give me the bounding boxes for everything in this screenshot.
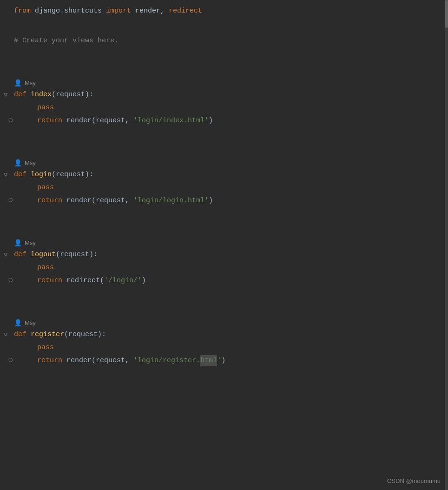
paren-index-open: (: [52, 89, 56, 100]
space-1: [26, 89, 31, 100]
paren-redirect-logout-close: ): [142, 275, 146, 286]
render-string-register-pre: 'login/register.: [133, 355, 200, 366]
spacer-8: [0, 144, 448, 152]
space-7: [26, 329, 31, 340]
render-param-register: request: [96, 355, 125, 366]
render-string-register-post: ': [217, 355, 221, 366]
paren-render-index-open: (: [92, 115, 96, 126]
keyword-from: from: [14, 6, 31, 17]
author-icon-login: 👤: [14, 159, 22, 166]
scrollbar-thumb[interactable]: [445, 0, 448, 28]
render-string-index: 'login/index.html': [133, 115, 209, 126]
colon-login: :: [89, 169, 93, 180]
return-login-line: ⬡ return render ( request , 'login/login…: [0, 194, 448, 207]
comma-login: ,: [125, 195, 133, 206]
import-line: from django.shortcuts import render, red…: [0, 0, 448, 18]
spacer-14: [0, 304, 448, 312]
kw-return-register: return: [37, 355, 62, 366]
spacer-7: [0, 136, 448, 144]
gutter-index: ⬡: [8, 117, 13, 125]
fold-logout[interactable]: ▽: [4, 250, 7, 260]
return-register-line: ⬡ return render ( request , 'login/regis…: [0, 354, 448, 367]
render-param-login: request: [96, 195, 125, 206]
spacer-5: [0, 64, 448, 73]
paren-index-close: ): [85, 89, 89, 100]
spacer-13: [0, 296, 448, 304]
return-logout-line: ⬡ return redirect ( '/login/' ): [0, 274, 448, 287]
def-index-line: ▽ def index ( request ) :: [0, 88, 448, 101]
space-6: [62, 275, 66, 286]
comma-index: ,: [125, 115, 133, 126]
fn-call-render-register: render: [66, 355, 92, 366]
gutter-login: ⬡: [8, 197, 13, 205]
def-logout-line: ▽ def logout ( request ) :: [0, 248, 448, 261]
fn-call-render-login: render: [66, 195, 92, 206]
kw-return-logout: return: [37, 275, 62, 286]
author-name-index: Msy: [25, 79, 36, 86]
fold-index[interactable]: ▽: [4, 90, 7, 100]
author-index: 👤 Msy: [0, 73, 448, 88]
kw-pass-login: pass: [37, 182, 54, 193]
gutter-logout: ⬡: [8, 277, 13, 285]
param-login: request: [56, 169, 85, 180]
kw-pass-register: pass: [37, 342, 54, 353]
comma-register: ,: [125, 355, 133, 366]
fn-logout-name: logout: [31, 249, 56, 260]
author-register: 👤 Msy: [0, 312, 448, 328]
fold-login[interactable]: ▽: [4, 170, 7, 180]
fn-login-name: login: [31, 169, 52, 180]
kw-return-login: return: [37, 195, 62, 206]
spacer-12: [0, 287, 448, 296]
colon-index: :: [89, 89, 93, 100]
render-string-login: 'login/login.html': [133, 195, 209, 206]
redirect-string-logout: '/login/': [104, 275, 142, 286]
spacer-6: [0, 127, 448, 136]
import-items: render,: [131, 6, 169, 17]
space-8: [62, 355, 66, 366]
kw-def-login: def: [14, 169, 26, 180]
paren-register-open: (: [64, 329, 68, 340]
pass-index-line: pass: [0, 101, 448, 114]
comment-text: # Create your views here.: [14, 35, 119, 46]
space-4: [62, 195, 66, 206]
fn-register-name: register: [31, 329, 64, 340]
spacer-11: [0, 224, 448, 232]
space-5: [26, 249, 31, 260]
spacer-9: [0, 207, 448, 216]
author-login: 👤 Msy: [0, 152, 448, 168]
param-logout: request: [60, 249, 89, 260]
colon-register: :: [102, 329, 106, 340]
scrollbar[interactable]: [445, 0, 448, 490]
code-editor: from django.shortcuts import render, red…: [0, 0, 448, 490]
spacer-3: [0, 47, 448, 56]
def-login-line: ▽ def login ( request ) :: [0, 168, 448, 181]
author-name-login: Msy: [25, 159, 36, 166]
fold-register[interactable]: ▽: [4, 330, 7, 340]
author-logout: 👤 Msy: [0, 232, 448, 248]
comment-line: # Create your views here.: [0, 34, 448, 47]
kw-return-index: return: [37, 115, 62, 126]
render-param-index: request: [96, 115, 125, 126]
spacer-1: [0, 18, 448, 26]
param-index: request: [56, 89, 85, 100]
pass-login-line: pass: [0, 181, 448, 194]
watermark: CSDN @moumumu: [387, 477, 441, 484]
return-index-line: ⬡ return render ( request , 'login/index…: [0, 114, 448, 127]
paren-redirect-logout-open: (: [100, 275, 104, 286]
pass-register-line: pass: [0, 341, 448, 354]
paren-register-close: ): [98, 329, 102, 340]
author-icon-logout: 👤: [14, 239, 22, 246]
kw-def-index: def: [14, 89, 26, 100]
space-3: [26, 169, 31, 180]
spacer-10: [0, 216, 448, 224]
colon-logout: :: [93, 249, 98, 260]
paren-render-index-close: ): [209, 115, 213, 126]
paren-logout-close: ): [89, 249, 93, 260]
fn-index-name: index: [31, 89, 52, 100]
paren-render-register-close: ): [221, 355, 225, 366]
cursor-selection: html: [200, 355, 217, 366]
fn-call-render-index: render: [66, 115, 92, 126]
kw-def-register: def: [14, 329, 26, 340]
module-name: django.shortcuts: [31, 6, 106, 17]
param-register: request: [68, 329, 98, 340]
